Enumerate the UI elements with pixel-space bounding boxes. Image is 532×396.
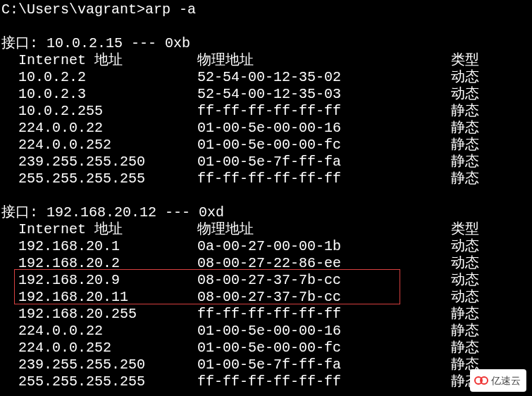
cell-ip: 192.168.20.1 [18,238,197,255]
cell-mac: 01-00-5e-00-00-16 [197,120,451,137]
cell-type: 静态 [451,103,479,120]
cell-mac: 52-54-00-12-35-02 [197,69,451,86]
cell-type: 静态 [451,306,479,323]
watermark: 亿速云 [470,369,526,392]
cell-mac: ff-ff-ff-ff-ff-ff [197,373,451,390]
cell-ip: 192.168.20.9 [18,272,197,289]
cell-type: 静态 [451,340,479,357]
cell-ip: 192.168.20.2 [18,255,197,272]
cell-mac: 52-54-00-12-35-03 [197,86,451,103]
cell-ip: 10.0.2.3 [18,86,197,103]
arp-row: 224.0.0.25201-00-5e-00-00-fc静态 [1,137,532,154]
cell-type: 静态 [451,120,479,137]
cell-mac: ff-ff-ff-ff-ff-ff [197,306,451,323]
cell-ip: 224.0.0.252 [18,340,197,357]
col-header-ip: Internet 地址 [18,52,197,69]
cell-mac: 08-00-27-22-86-ee [197,255,451,272]
watermark-text: 亿速云 [491,372,521,389]
cell-type: 动态 [451,86,479,103]
arp-row: 255.255.255.255ff-ff-ff-ff-ff-ff静态 [1,373,532,390]
arp-row: 192.168.20.908-00-27-37-7b-cc动态 [1,272,532,289]
col-header-mac: 物理地址 [197,221,451,238]
cell-ip: 10.0.2.2 [18,69,197,86]
arp-row: 10.0.2.255ff-ff-ff-ff-ff-ff静态 [1,103,532,120]
cell-mac: 08-00-27-37-7b-cc [197,272,451,289]
cell-ip: 255.255.255.255 [18,171,197,187]
arp-row: 192.168.20.208-00-27-22-86-ee动态 [1,255,532,272]
cell-ip: 10.0.2.255 [18,103,197,120]
column-header-row: Internet 地址物理地址类型 [1,52,532,69]
cell-mac: 01-00-5e-00-00-fc [197,340,451,357]
col-header-ip: Internet 地址 [18,221,197,238]
blank-line [1,187,532,204]
arp-row: 192.168.20.10a-00-27-00-00-1b动态 [1,238,532,255]
cell-ip: 255.255.255.255 [18,373,197,390]
command-prompt[interactable]: C:\Users\vagrant>arp -a [1,1,532,18]
cell-mac: ff-ff-ff-ff-ff-ff [197,103,451,120]
cell-type: 动态 [451,238,479,255]
cell-ip: 224.0.0.22 [18,120,197,137]
arp-row: 192.168.20.255ff-ff-ff-ff-ff-ff静态 [1,306,532,323]
cell-type: 动态 [451,255,479,272]
cell-ip: 224.0.0.22 [18,323,197,340]
cell-mac: 01-00-5e-7f-ff-fa [197,357,451,373]
col-header-mac: 物理地址 [197,52,451,69]
interface-header: 接口: 10.0.2.15 --- 0xb [1,35,532,52]
watermark-icon [474,376,488,385]
cell-ip: 239.255.255.250 [18,154,197,171]
arp-row: 224.0.0.25201-00-5e-00-00-fc静态 [1,340,532,357]
cell-type: 动态 [451,69,479,86]
cell-mac: 01-00-5e-00-00-fc [197,137,451,154]
cell-mac: 01-00-5e-7f-ff-fa [197,154,451,171]
cell-type: 静态 [451,154,479,171]
cell-mac: ff-ff-ff-ff-ff-ff [197,171,451,187]
cell-ip: 224.0.0.252 [18,137,197,154]
blank-line [1,18,532,35]
cell-mac: 01-00-5e-00-00-16 [197,323,451,340]
arp-output: 接口: 10.0.2.15 --- 0xbInternet 地址物理地址类型10… [1,35,532,390]
cell-mac: 08-00-27-37-7b-cc [197,289,451,306]
col-header-type: 类型 [451,52,479,69]
arp-row: 239.255.255.25001-00-5e-7f-ff-fa静态 [1,154,532,171]
cell-mac: 0a-00-27-00-00-1b [197,238,451,255]
column-header-row: Internet 地址物理地址类型 [1,221,532,238]
interface-header: 接口: 192.168.20.12 --- 0xd [1,204,532,221]
cell-type: 动态 [451,272,479,289]
cell-type: 动态 [451,289,479,306]
cell-type: 静态 [451,171,479,187]
cell-ip: 192.168.20.11 [18,289,197,306]
arp-row: 224.0.0.2201-00-5e-00-00-16静态 [1,120,532,137]
cell-ip: 239.255.255.250 [18,357,197,373]
arp-row: 10.0.2.352-54-00-12-35-03动态 [1,86,532,103]
arp-row: 10.0.2.252-54-00-12-35-02动态 [1,69,532,86]
cell-ip: 192.168.20.255 [18,306,197,323]
arp-row: 255.255.255.255ff-ff-ff-ff-ff-ff静态 [1,171,532,187]
cell-type: 静态 [451,137,479,154]
arp-row: 239.255.255.25001-00-5e-7f-ff-fa静态 [1,357,532,373]
col-header-type: 类型 [451,221,479,238]
cell-type: 静态 [451,323,479,340]
arp-row: 224.0.0.2201-00-5e-00-00-16静态 [1,323,532,340]
arp-row: 192.168.20.1108-00-27-37-7b-cc动态 [1,289,532,306]
